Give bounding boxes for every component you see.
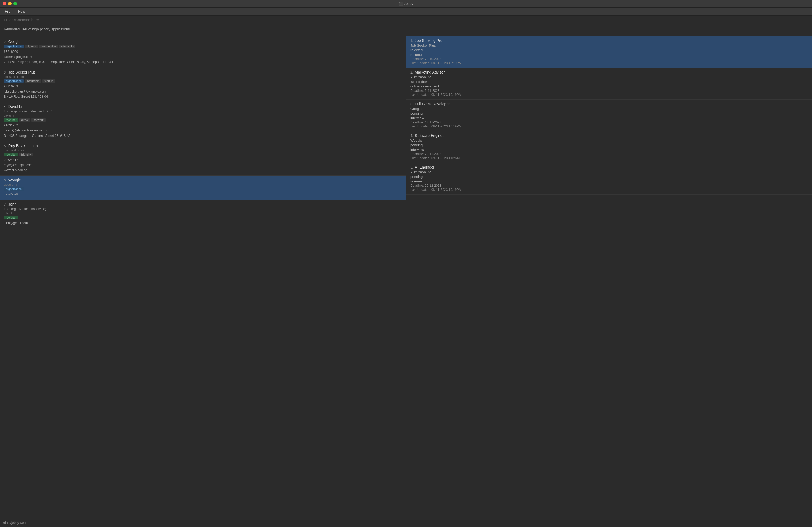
app-deadline: Deadline: 20-12-2023 [410, 184, 808, 187]
contact-name: Roy Balakrishnan [8, 144, 38, 148]
app-title: Software Engineer [415, 133, 446, 138]
contact-name: Job Seeker Plus [8, 70, 36, 74]
command-bar [0, 16, 812, 25]
app-status: pending [410, 111, 808, 115]
tags-row: organizationinternshipstartup [4, 79, 402, 83]
contact-id-label: roy_balakrishnan [4, 149, 402, 152]
tag-competitive: competitive [39, 45, 58, 48]
contact-card[interactable]: 7. John from organization (woogle_id)joh… [0, 200, 406, 229]
contact-address: Blk 16 Real Street 128, #08-04 [4, 94, 402, 99]
app-deadline: Deadline: 22-10-2023 [410, 57, 808, 61]
contact-id-label: david_li [4, 114, 402, 117]
contact-phone: 65218000 [4, 49, 402, 55]
app-company: Google [410, 107, 808, 111]
tag-direct: direct [19, 118, 30, 122]
contact-email: davidli@alexyeoh.example.com [4, 128, 402, 133]
app-deadline: Deadline: 13-11-2023 [410, 120, 808, 124]
traffic-lights [3, 2, 17, 5]
contact-number: 3. [4, 70, 7, 74]
app-updated: Last Updated: 08-11-2023 10:19PM [410, 124, 808, 128]
left-panel: 2. Google organizationbigtechcompetitive… [0, 35, 406, 519]
app-stage: interview [410, 116, 808, 120]
tag-recruiter: recruiter [4, 153, 18, 156]
app-header: 5. AI Engineer [410, 165, 808, 169]
tags-row: organization [4, 187, 402, 191]
contact-name: David Li [8, 104, 22, 109]
tags-row: recruiterdirectnetwork [4, 118, 402, 122]
app-card[interactable]: 4. Software Engineer Woogle pending inte… [406, 131, 812, 163]
contact-number: 4. [4, 105, 7, 109]
app-deadline: Deadline: 5-11-2023 [410, 89, 808, 93]
app-card[interactable]: 1. Job Seeking Pro Job Seeker Plus rejec… [406, 36, 812, 68]
status-message: Reminded user of high priority applicati… [0, 25, 812, 35]
contact-card[interactable]: 3. Job Seeker Plus job_seeker_plusorgani… [0, 68, 406, 103]
contact-number: 5. [4, 144, 7, 148]
tag-bigtech: bigtech [25, 45, 38, 48]
contact-card[interactable]: 5. Roy Balakrishnan roy_balakrishnanrecr… [0, 141, 406, 176]
contact-card[interactable]: 6. Woogle woogle_idorganization12345678 [0, 176, 406, 200]
app-number: 4. [410, 134, 413, 138]
app-updated: Last Updated: 08-11-2023 10:19PM [410, 61, 808, 65]
tags-row: organizationbigtechcompetitiveinternship [4, 45, 402, 48]
contact-name: John [8, 202, 16, 206]
app-title: Full-Stack Developer [415, 102, 450, 106]
contact-id-label: job_seeker_plus [4, 75, 402, 78]
app-title: Marketing Advisor [415, 70, 445, 74]
contact-address: Blk 436 Serangoon Gardens Street 26, #16… [4, 133, 402, 138]
contact-email: jobseekerplus@example.com [4, 89, 402, 94]
close-button[interactable] [3, 2, 6, 5]
contact-card[interactable]: 2. Google organizationbigtechcompetitive… [0, 37, 406, 68]
menu-help[interactable]: Help [16, 9, 27, 14]
app-title: Job Seeking Pro [415, 39, 443, 43]
tag-recruiter: recruiter [4, 118, 18, 122]
contact-name: Google [8, 40, 20, 44]
right-panel: 1. Job Seeking Pro Job Seeker Plus rejec… [406, 35, 812, 519]
app-status: pending [410, 175, 808, 179]
contact-header: 3. Job Seeker Plus [4, 70, 402, 74]
app-updated: Last Updated: 09-11-2023 1:02AM [410, 156, 808, 160]
contact-email: royb@example.com [4, 163, 402, 168]
contact-number: 7. [4, 202, 7, 206]
contact-id-label: john_id [4, 212, 402, 215]
app-status: pending [410, 143, 808, 147]
title-bar: ⬛ Jobby [0, 0, 812, 7]
app-stage: online assessment [410, 84, 808, 88]
app-card[interactable]: 3. Full-Stack Developer Google pending i… [406, 100, 812, 131]
app-header: 2. Marketing Advisor [410, 70, 808, 74]
app-number: 5. [410, 165, 413, 169]
command-input[interactable] [4, 18, 808, 22]
contact-phone: 92624417 [4, 157, 402, 163]
app-company: Alex Yeoh Inc [410, 170, 808, 174]
app-card[interactable]: 2. Marketing Advisor Alex Yeoh Inc turne… [406, 68, 812, 100]
tag-internship: internship [59, 45, 75, 48]
tag-friendly: friendly [19, 153, 32, 156]
app-updated: Last Updated: 08-11-2023 10:19PM [410, 188, 808, 192]
contact-website: www.nus.edu.sg [4, 168, 402, 173]
app-number: 2. [410, 70, 413, 74]
contact-email: john@gmail.com [4, 221, 402, 226]
contact-header: 5. Roy Balakrishnan [4, 144, 402, 148]
contact-phone: 93210283 [4, 84, 402, 89]
app-stage: resume [410, 52, 808, 57]
contact-number: 6. [4, 178, 7, 182]
menu-file[interactable]: File [3, 9, 12, 14]
contact-card[interactable]: 4. David Li from organization (alex_yeoh… [0, 102, 406, 141]
contact-email: careers.google.com [4, 55, 402, 60]
contact-phone: 12345678 [4, 192, 402, 197]
menu-bar: File Help [0, 7, 812, 16]
contact-id-label: woogle_id [4, 183, 402, 186]
tag-startup: startup [42, 79, 55, 83]
path-bar: /data/jobby.json [0, 519, 812, 526]
app-number: 3. [410, 102, 413, 106]
minimize-button[interactable] [8, 2, 12, 5]
maximize-button[interactable] [13, 2, 17, 5]
contact-address: 70 Pasir Panjang Road, #03-71, Mapletree… [4, 60, 402, 65]
tags-row: recruiterfriendly [4, 153, 402, 156]
window-title: ⬛ Jobby [399, 2, 413, 6]
path-text: /data/jobby.json [3, 521, 26, 525]
tag-internship: internship [25, 79, 41, 83]
app-card[interactable]: 5. AI Engineer Alex Yeoh Inc pending res… [406, 163, 812, 195]
app-deadline: Deadline: 22-11-2023 [410, 152, 808, 156]
contact-phone: 91031282 [4, 123, 402, 128]
app-status: rejected [410, 48, 808, 52]
